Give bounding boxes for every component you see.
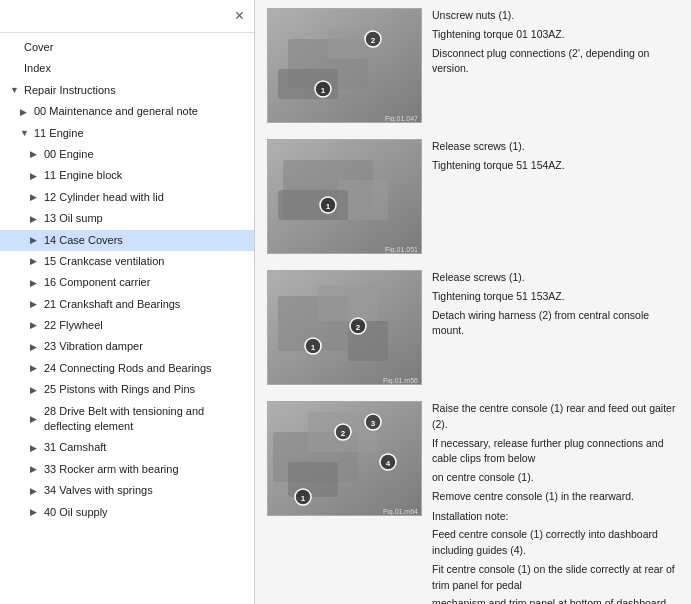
sidebar-item-16component[interactable]: ▶16 Component carrier: [0, 272, 254, 293]
arrow-icon: ▼: [10, 84, 20, 97]
sidebar-item-label: 11 Engine block: [44, 168, 122, 183]
svg-text:Fig.01.051: Fig.01.051: [385, 246, 418, 254]
text-line: Installation note:: [432, 509, 679, 525]
sidebar-item-label: 31 Camshaft: [44, 440, 106, 455]
sidebar-item-label: 25 Pistons with Rings and Pins: [44, 382, 195, 397]
sidebar-item-23vibration[interactable]: ▶23 Vibration damper: [0, 336, 254, 357]
arrow-icon: ▶: [30, 319, 40, 332]
sidebar-item-label: Cover: [24, 40, 53, 55]
sidebar-item-label: 12 Cylinder head with lid: [44, 190, 164, 205]
sidebar-item-label: 34 Valves with springs: [44, 483, 153, 498]
sidebar-item-label: 00 Maintenance and general note: [34, 104, 198, 119]
arrow-icon: ▶: [30, 234, 40, 247]
arrow-icon: ▶: [30, 277, 40, 290]
svg-text:Fig.01.m64: Fig.01.m64: [383, 508, 418, 516]
sidebar-item-label: 40 Oil supply: [44, 505, 108, 520]
sidebar-item-label: 24 Connecting Rods and Bearings: [44, 361, 212, 376]
arrow-icon: ▶: [30, 413, 40, 426]
sidebar-item-cover[interactable]: Cover: [0, 37, 254, 58]
content-block-1: 12Fig.01.047Unscrew nuts (1).Tightening …: [267, 8, 679, 123]
text-line: Unscrew nuts (1).: [432, 8, 679, 24]
sidebar-item-24connecting[interactable]: ▶24 Connecting Rods and Bearings: [0, 358, 254, 379]
sidebar-item-label: 11 Engine: [34, 126, 84, 141]
sidebar-item-13oilsump[interactable]: ▶13 Oil sump: [0, 208, 254, 229]
sidebar-item-14casecovers[interactable]: ▶14 Case Covers: [0, 230, 254, 251]
close-icon[interactable]: ×: [235, 8, 244, 24]
text-line: Tightening torque 51 153AZ.: [432, 289, 679, 305]
text-line: on centre console (1).: [432, 470, 679, 486]
text-line: Remove centre console (1) in the rearwar…: [432, 489, 679, 505]
text-line: Fit centre console (1) on the slide corr…: [432, 562, 679, 594]
svg-text:2: 2: [341, 429, 346, 438]
svg-text:1: 1: [301, 494, 306, 503]
content-text-3: Release screws (1).Tightening torque 51 …: [432, 270, 679, 342]
sidebar-item-40oil[interactable]: ▶40 Oil supply: [0, 502, 254, 523]
svg-rect-2: [328, 29, 368, 59]
arrow-icon: ▶: [30, 362, 40, 375]
content-image-1: 12Fig.01.047: [267, 8, 422, 123]
content-block-4: 1234Fig.01.m64Raise the centre console (…: [267, 401, 679, 604]
arrow-icon: ▶: [30, 255, 40, 268]
main-content: 12Fig.01.047Unscrew nuts (1).Tightening …: [255, 0, 691, 604]
sidebar-item-21crankshaft[interactable]: ▶21 Crankshaft and Bearings: [0, 294, 254, 315]
sidebar-item-index[interactable]: Index: [0, 58, 254, 79]
text-line: If necessary, release further plug conne…: [432, 436, 679, 468]
sidebar-item-31camshaft[interactable]: ▶31 Camshaft: [0, 437, 254, 458]
sidebar-item-label: 00 Engine: [44, 147, 94, 162]
content-text-4: Raise the centre console (1) rear and fe…: [432, 401, 679, 604]
arrow-icon: ▶: [20, 106, 30, 119]
sidebar-item-00maint[interactable]: ▶00 Maintenance and general note: [0, 101, 254, 122]
sidebar-item-label: 23 Vibration damper: [44, 339, 143, 354]
text-line: Disconnect plug connections (2', dependi…: [432, 46, 679, 78]
text-line: Tightening torque 01 103AZ.: [432, 27, 679, 43]
sidebar-item-label: 33 Rocker arm with bearing: [44, 462, 179, 477]
sidebar-item-33rocker[interactable]: ▶33 Rocker arm with bearing: [0, 459, 254, 480]
arrow-icon: ▶: [30, 213, 40, 226]
sidebar-nav: CoverIndex▼Repair Instructions▶00 Mainte…: [0, 33, 254, 604]
svg-text:Fig.01.047: Fig.01.047: [385, 115, 418, 123]
sidebar-item-label: 22 Flywheel: [44, 318, 103, 333]
content-image-3: 12Fig.01.m56: [267, 270, 422, 385]
arrow-icon: ▶: [30, 442, 40, 455]
sidebar-item-22flywheel[interactable]: ▶22 Flywheel: [0, 315, 254, 336]
svg-text:2: 2: [371, 36, 376, 45]
sidebar-item-34valves[interactable]: ▶34 Valves with springs: [0, 480, 254, 501]
content-block-2: 1Fig.01.051Release screws (1).Tightening…: [267, 139, 679, 254]
sidebar-item-28drivebelt[interactable]: ▶28 Drive Belt with tensioning and defle…: [0, 401, 254, 438]
svg-text:1: 1: [311, 343, 316, 352]
content-text-1: Unscrew nuts (1).Tightening torque 01 10…: [432, 8, 679, 80]
arrow-icon: ▼: [20, 127, 30, 140]
svg-text:2: 2: [356, 323, 361, 332]
sidebar-item-repair[interactable]: ▼Repair Instructions: [0, 80, 254, 101]
sidebar: × CoverIndex▼Repair Instructions▶00 Main…: [0, 0, 255, 604]
text-line: Detach wiring harness (2) from central c…: [432, 308, 679, 340]
sidebar-item-label: 15 Crankcase ventilation: [44, 254, 164, 269]
svg-text:1: 1: [321, 86, 326, 95]
svg-rect-18: [318, 286, 378, 321]
arrow-icon: ▶: [30, 463, 40, 476]
sidebar-item-label: 14 Case Covers: [44, 233, 123, 248]
arrow-icon: ▶: [30, 191, 40, 204]
content-image-4: 1234Fig.01.m64: [267, 401, 422, 516]
text-line: Tightening torque 51 154AZ.: [432, 158, 679, 174]
sidebar-item-12cylhead[interactable]: ▶12 Cylinder head with lid: [0, 187, 254, 208]
text-line: Release screws (1).: [432, 139, 679, 155]
text-line: mechanism and trim panel at bottom of da…: [432, 596, 679, 604]
sidebar-item-11engine[interactable]: ▼11 Engine: [0, 123, 254, 144]
arrow-icon: ▶: [30, 170, 40, 183]
sidebar-item-11engblock[interactable]: ▶11 Engine block: [0, 165, 254, 186]
sidebar-item-15crankcase[interactable]: ▶15 Crankcase ventilation: [0, 251, 254, 272]
sidebar-item-00engine[interactable]: ▶00 Engine: [0, 144, 254, 165]
content-image-2: 1Fig.01.051: [267, 139, 422, 254]
svg-text:1: 1: [326, 202, 331, 211]
content-block-3: 12Fig.01.m56Release screws (1).Tightenin…: [267, 270, 679, 385]
arrow-icon: ▶: [30, 298, 40, 311]
text-line: Raise the centre console (1) rear and fe…: [432, 401, 679, 433]
sidebar-item-label: Repair Instructions: [24, 83, 116, 98]
svg-rect-28: [288, 462, 338, 497]
sidebar-item-25pistons[interactable]: ▶25 Pistons with Rings and Pins: [0, 379, 254, 400]
arrow-icon: ▶: [30, 341, 40, 354]
sidebar-header: ×: [0, 0, 254, 33]
sidebar-item-label: 16 Component carrier: [44, 275, 150, 290]
sidebar-item-label: 21 Crankshaft and Bearings: [44, 297, 180, 312]
